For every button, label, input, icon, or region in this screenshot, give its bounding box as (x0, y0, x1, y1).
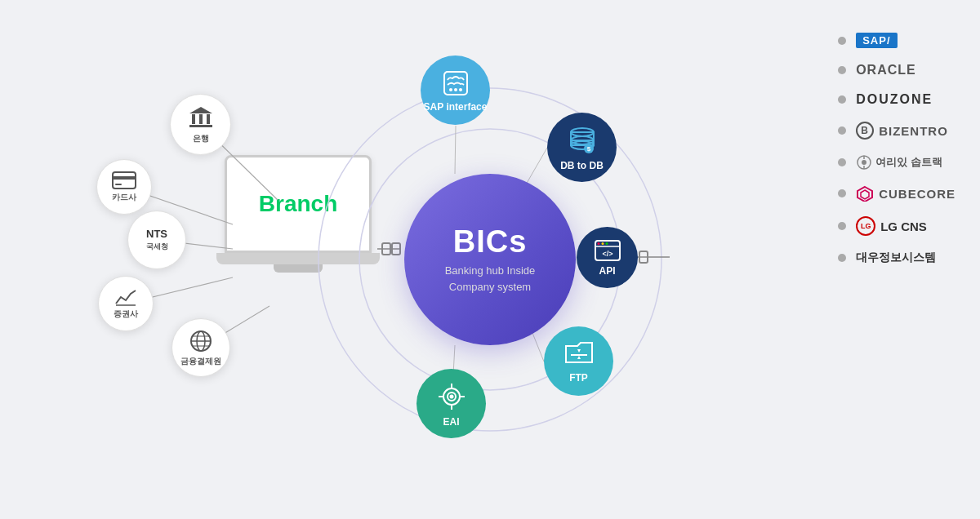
partners-list: SAP/ ORACLE DOUZONE B BIZENTRO (838, 33, 956, 265)
daewoo-logo: 대우정보시스템 (856, 251, 936, 265)
sap-interface-label: SAP interface (424, 101, 488, 113)
securities-label: 증권사 (114, 308, 138, 320)
eai-label: EAI (443, 416, 459, 428)
node-ftp: FTP (544, 326, 613, 396)
svg-rect-47 (199, 114, 203, 124)
svg-line-7 (455, 126, 456, 174)
branch-rest: ranch (275, 191, 337, 216)
partner-dot-cubecore (838, 189, 846, 197)
api-label: API (599, 265, 615, 277)
branch-b: B (259, 191, 275, 216)
laptop-stand (274, 264, 323, 273)
branch-node-bank: 은행 (170, 94, 231, 155)
db-icon: $ (566, 124, 599, 157)
svg-rect-50 (113, 172, 136, 189)
svg-rect-48 (207, 114, 210, 124)
financial-icon (188, 328, 214, 354)
bics-title: BICs (453, 224, 528, 260)
laptop-base (216, 253, 380, 264)
branch-node-nts: NTS국세청 (127, 211, 186, 269)
bics-main-circle: BICs Banking hub Inside Company system (404, 174, 576, 345)
partner-sap: SAP/ (838, 33, 956, 48)
svg-rect-35 (571, 354, 587, 356)
lg-circle-icon: LG (856, 216, 875, 236)
branch-node-securities: 증권사 (98, 276, 154, 331)
nts-text: NTS국세청 (146, 228, 168, 252)
ftp-label: FTP (569, 372, 588, 384)
douzone-logo: DOUZONE (856, 92, 933, 107)
node-eai: EAI (416, 369, 486, 438)
bank-icon (188, 105, 214, 131)
svg-marker-64 (861, 190, 869, 199)
ftp-icon (563, 339, 595, 369)
partner-dot-douzone (838, 95, 846, 104)
svg-marker-36 (577, 349, 581, 353)
bank-label: 은행 (193, 133, 209, 144)
svg-point-44 (449, 394, 453, 398)
svg-point-60 (862, 160, 866, 165)
bizentro-logo: B BIZENTRO (856, 122, 948, 140)
partner-yeoriu: 여리있 솝트랙 (838, 154, 956, 171)
partner-dot-sap (838, 37, 846, 45)
svg-marker-37 (577, 356, 581, 359)
lgcns-logo: LG LG CNS (856, 216, 927, 236)
node-api: </> API (577, 227, 638, 288)
branch-logo: Branch (259, 191, 337, 217)
svg-point-21 (459, 88, 462, 91)
svg-marker-45 (189, 107, 212, 113)
partner-douzone: DOUZONE (838, 92, 956, 107)
node-db: $ DB to DB (547, 113, 617, 182)
svg-text:$: $ (586, 145, 590, 153)
sap-interface-icon (441, 69, 470, 98)
svg-point-33 (605, 242, 608, 245)
card-icon (112, 171, 136, 190)
db-label: DB to DB (560, 160, 604, 171)
cubecore-icon (856, 185, 874, 202)
partner-dot-bizentro (838, 126, 846, 135)
branch-node-card: 카드사 (96, 159, 152, 215)
yeoriu-icon (856, 154, 872, 171)
svg-rect-17 (392, 243, 400, 255)
node-sap: SAP interface (421, 55, 490, 125)
api-icon: </> (594, 239, 621, 262)
partner-bizentro: B BIZENTRO (838, 122, 956, 140)
branch-node-financial: 금융결제원 (172, 318, 230, 377)
svg-rect-49 (189, 125, 212, 127)
cubecore-logo: CUBECORE (856, 185, 956, 202)
svg-rect-14 (639, 251, 648, 263)
partner-dot-oracle (838, 66, 846, 74)
partner-dot-yeoriu (838, 158, 846, 166)
partner-dot-lgcns (838, 222, 846, 230)
sap-logo: SAP/ (856, 33, 897, 48)
yeoriu-logo: 여리있 솝트랙 (856, 154, 942, 171)
svg-point-19 (449, 88, 452, 91)
bics-subtitle: Banking hub Inside Company system (445, 263, 536, 295)
svg-line-9 (531, 329, 544, 362)
eai-icon (435, 380, 468, 413)
laptop-screen: Branch (225, 155, 372, 253)
partner-daewoo: 대우정보시스템 (838, 251, 956, 265)
svg-point-32 (601, 242, 604, 245)
nts-sublabel: 국세청 (146, 242, 168, 251)
svg-rect-51 (113, 176, 136, 180)
oracle-logo: ORACLE (856, 63, 916, 78)
bizentro-icon: B (856, 122, 874, 140)
svg-point-20 (454, 88, 457, 91)
card-label: 카드사 (112, 192, 136, 203)
svg-rect-46 (192, 114, 195, 124)
partner-dot-daewoo (838, 254, 846, 262)
financial-label: 금융결제원 (180, 356, 221, 367)
svg-point-31 (597, 242, 599, 245)
securities-icon (114, 287, 137, 307)
partner-oracle: ORACLE (838, 63, 956, 78)
diagram-container: BICs Banking hub Inside Company system S… (0, 0, 980, 519)
yeoriu-text: 여리있 솝트랙 (875, 155, 942, 170)
svg-text:</>: </> (602, 250, 612, 258)
svg-rect-52 (115, 184, 122, 185)
laptop-container: Branch (208, 155, 388, 318)
partner-cubecore: CUBECORE (838, 185, 956, 202)
partner-lgcns: LG LG CNS (838, 216, 956, 236)
